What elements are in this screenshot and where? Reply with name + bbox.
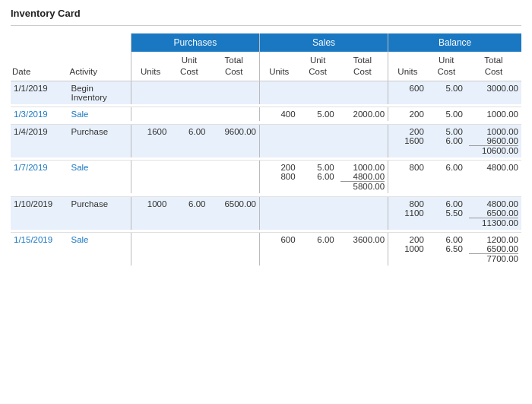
s-tcost-subheader: TotalCost bbox=[337, 52, 388, 81]
purchase-tcost-cell bbox=[209, 233, 260, 266]
sales-ucost-cell bbox=[299, 81, 337, 104]
balance-tcost-cell: 3000.00 bbox=[466, 81, 521, 104]
page-container: Inventory Card Purchases Sales Balance D… bbox=[0, 0, 532, 273]
sales-tcost-cell: 2000.00 bbox=[337, 107, 388, 122]
balance-tcost-cell: 4800.006500.0011300.00 bbox=[466, 196, 521, 230]
empty-activity-header bbox=[68, 33, 131, 52]
table-body: 1/1/2019Begin Inventory6005.003000.001/3… bbox=[11, 81, 521, 266]
sub-header-row: Date Activity Units UnitCost TotalCost U… bbox=[11, 52, 521, 81]
sales-units-cell: 600 bbox=[259, 233, 298, 266]
sales-units-cell bbox=[259, 196, 298, 230]
activity-cell: Purchase bbox=[68, 124, 131, 157]
sales-tcost-cell: 1000.004800.005800.00 bbox=[337, 161, 388, 194]
date-cell: 1/15/2019 bbox=[11, 233, 68, 266]
sales-ucost-cell bbox=[299, 196, 337, 230]
table-row: 1/7/2019Sale2008005.006.001000.004800.00… bbox=[11, 161, 521, 194]
activity-cell: Purchase bbox=[68, 196, 131, 230]
purchase-tcost-cell bbox=[209, 81, 260, 104]
activity-cell: Sale bbox=[68, 107, 131, 122]
purchase-ucost-cell: 6.00 bbox=[169, 196, 208, 230]
date-cell: 1/10/2019 bbox=[11, 196, 68, 230]
divider bbox=[11, 25, 521, 26]
purchase-tcost-cell: 9600.00 bbox=[209, 124, 260, 157]
sales-units-cell: 200800 bbox=[259, 161, 298, 194]
sales-ucost-cell: 5.006.00 bbox=[299, 161, 337, 194]
sales-units-cell bbox=[259, 81, 298, 104]
empty-date-header bbox=[11, 33, 68, 52]
sales-units-cell: 400 bbox=[259, 107, 298, 122]
sales-tcost-cell bbox=[337, 81, 388, 104]
p-tcost-subheader: TotalCost bbox=[209, 52, 260, 81]
activity-subheader: Activity bbox=[68, 52, 131, 81]
purchase-ucost-cell bbox=[169, 81, 208, 104]
purchase-ucost-cell bbox=[169, 233, 208, 266]
balance-units-cell: 200 bbox=[388, 107, 427, 122]
balance-units-cell: 2001000 bbox=[388, 233, 427, 266]
purchase-ucost-cell bbox=[169, 107, 208, 122]
sales-units-cell bbox=[259, 124, 298, 157]
table-row: 1/3/2019Sale4005.002000.002005.001000.00 bbox=[11, 107, 521, 122]
balance-tcost-cell: 1200.006500.007700.00 bbox=[466, 233, 521, 266]
balance-ucost-cell: 6.005.50 bbox=[427, 196, 466, 230]
purchase-tcost-cell: 6500.00 bbox=[209, 196, 260, 230]
sales-tcost-cell bbox=[337, 124, 388, 157]
purchase-ucost-cell bbox=[169, 161, 208, 194]
sales-ucost-cell: 6.00 bbox=[299, 233, 337, 266]
date-subheader: Date bbox=[11, 52, 68, 81]
date-cell: 1/3/2019 bbox=[11, 107, 68, 122]
group-header-row: Purchases Sales Balance bbox=[11, 33, 521, 52]
sales-group-header: Sales bbox=[259, 33, 388, 52]
purchase-units-cell bbox=[131, 107, 169, 122]
b-ucost-subheader: UnitCost bbox=[427, 52, 466, 81]
balance-ucost-cell: 5.00 bbox=[427, 107, 466, 122]
balance-ucost-cell: 6.006.50 bbox=[427, 233, 466, 266]
purchase-units-cell: 1600 bbox=[131, 124, 169, 157]
balance-tcost-cell: 1000.00 bbox=[466, 107, 521, 122]
balance-units-cell: 8001100 bbox=[388, 196, 427, 230]
balance-units-cell: 800 bbox=[388, 161, 427, 194]
purchase-units-cell bbox=[131, 161, 169, 194]
sales-ucost-cell bbox=[299, 124, 337, 157]
activity-cell: Begin Inventory bbox=[68, 81, 131, 104]
table-row: 1/15/2019Sale6006.003600.0020010006.006.… bbox=[11, 233, 521, 266]
purchase-tcost-cell bbox=[209, 107, 260, 122]
s-units-subheader: Units bbox=[259, 52, 298, 81]
activity-cell: Sale bbox=[68, 161, 131, 194]
sales-ucost-cell: 5.00 bbox=[299, 107, 337, 122]
page-title: Inventory Card bbox=[11, 8, 521, 19]
balance-units-cell: 2001600 bbox=[388, 124, 427, 157]
table-row: 1/4/2019Purchase16006.009600.0020016005.… bbox=[11, 124, 521, 157]
sales-tcost-cell bbox=[337, 196, 388, 230]
b-units-subheader: Units bbox=[388, 52, 427, 81]
purchase-units-cell bbox=[131, 233, 169, 266]
purchases-group-header: Purchases bbox=[131, 33, 259, 52]
purchase-ucost-cell: 6.00 bbox=[169, 124, 208, 157]
purchase-units-cell: 1000 bbox=[131, 196, 169, 230]
s-ucost-subheader: UnitCost bbox=[299, 52, 337, 81]
inventory-table: Purchases Sales Balance Date Activity Un… bbox=[11, 33, 521, 266]
balance-ucost-cell: 5.00 bbox=[427, 81, 466, 104]
balance-ucost-cell: 6.00 bbox=[427, 161, 466, 194]
table-row: 1/10/2019Purchase10006.006500.0080011006… bbox=[11, 196, 521, 230]
sales-tcost-cell: 3600.00 bbox=[337, 233, 388, 266]
activity-cell: Sale bbox=[68, 233, 131, 266]
balance-units-cell: 600 bbox=[388, 81, 427, 104]
balance-ucost-cell: 5.006.00 bbox=[427, 124, 466, 157]
p-ucost-subheader: UnitCost bbox=[169, 52, 208, 81]
balance-tcost-cell: 4800.00 bbox=[466, 161, 521, 194]
date-cell: 1/4/2019 bbox=[11, 124, 68, 157]
balance-tcost-cell: 1000.009600.0010600.00 bbox=[466, 124, 521, 157]
purchase-units-cell bbox=[131, 81, 169, 104]
date-cell: 1/1/2019 bbox=[11, 81, 68, 104]
purchase-tcost-cell bbox=[209, 161, 260, 194]
balance-group-header: Balance bbox=[388, 33, 521, 52]
table-row: 1/1/2019Begin Inventory6005.003000.00 bbox=[11, 81, 521, 104]
date-cell: 1/7/2019 bbox=[11, 161, 68, 194]
p-units-subheader: Units bbox=[131, 52, 169, 81]
b-tcost-subheader: TotalCost bbox=[466, 52, 521, 81]
